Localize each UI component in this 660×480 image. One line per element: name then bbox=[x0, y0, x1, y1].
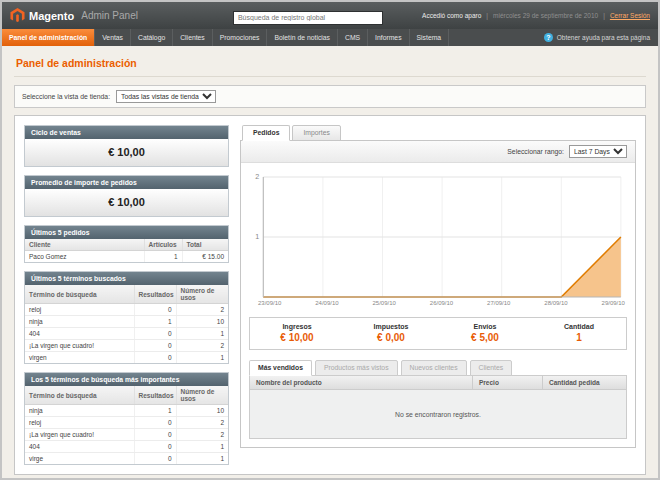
average-orders-value: € 10,00 bbox=[25, 189, 228, 216]
svg-text:1: 1 bbox=[255, 234, 259, 241]
page-help-link[interactable]: ? Obtener ayuda para esta página bbox=[544, 29, 658, 46]
col-header: Número de usos bbox=[176, 386, 228, 405]
logout-link[interactable]: Cerrar Sesión bbox=[610, 12, 650, 19]
table-row[interactable]: 404 0 1 bbox=[25, 328, 228, 340]
orders-chart-panel: Seleccionar rango: Last 7 Days 12 23/09/… bbox=[240, 140, 636, 448]
stat-quantity: Cantidad 1 bbox=[532, 318, 626, 349]
table-row[interactable]: 404 0 1 bbox=[25, 441, 228, 453]
average-orders-title: Promedio de importe de pedidos bbox=[25, 176, 228, 189]
dashboard-right-column: Pedidos Importes Seleccionar rango: Last… bbox=[240, 125, 636, 448]
last-orders-table: Cliente Artículos Total Paco Gomez 1 € 1… bbox=[25, 239, 228, 262]
totals-bar: Ingresos € 10,00 Impuestos € 0,00 Envíos… bbox=[249, 317, 627, 350]
help-label: Obtener ayuda para esta página bbox=[557, 34, 650, 41]
table-row[interactable]: reloj 0 2 bbox=[25, 304, 228, 316]
range-selector-row: Seleccionar rango: Last 7 Days bbox=[241, 141, 635, 163]
col-header-product: Nombre del producto bbox=[250, 376, 472, 389]
nav-item-catalog[interactable]: Catálogo bbox=[131, 29, 173, 46]
range-select[interactable]: Last 7 Days bbox=[569, 145, 627, 158]
last-orders-panel: Últimos 5 pedidos Cliente Artículos Tota… bbox=[24, 225, 229, 263]
range-label: Seleccionar rango: bbox=[507, 148, 564, 155]
global-search bbox=[233, 6, 383, 25]
last-search-terms-table: Término de búsqueda Resultados Número de… bbox=[25, 285, 228, 363]
col-header: Resultados bbox=[134, 285, 176, 304]
top-header: Magento Admin Panel Accedió como aparo |… bbox=[2, 2, 658, 29]
col-header: Término de búsqueda bbox=[25, 386, 134, 405]
top-search-terms-panel: Los 5 términos de búsqueda más important… bbox=[24, 372, 229, 465]
help-icon: ? bbox=[544, 33, 553, 42]
orders-chart: 12 23/09/10 24/09/10 25/09/10 26/09/10 2… bbox=[241, 163, 635, 310]
last-orders-title: Últimos 5 pedidos bbox=[25, 226, 228, 239]
table-row[interactable]: ninja 1 10 bbox=[25, 405, 228, 417]
nav-item-customers[interactable]: Clientes bbox=[173, 29, 213, 46]
nav-item-dashboard[interactable]: Panel de administración bbox=[2, 29, 95, 46]
col-header: Término de búsqueda bbox=[25, 285, 134, 304]
top-search-terms-table: Término de búsqueda Resultados Número de… bbox=[25, 386, 228, 464]
bestsellers-table: Nombre del producto Precio Cantidad pedi… bbox=[249, 375, 627, 439]
top-search-terms-title: Los 5 términos de búsqueda más important… bbox=[25, 373, 228, 386]
table-row[interactable]: virgen 0 1 bbox=[25, 352, 228, 364]
col-header: Resultados bbox=[134, 386, 176, 405]
table-row[interactable]: ¡La virgen que cuadro! 0 2 bbox=[25, 340, 228, 352]
store-view-switcher: Seleccione la vista de tienda: Todas las… bbox=[14, 85, 646, 108]
chart-tabs: Pedidos Importes bbox=[240, 125, 636, 141]
stat-revenue: Ingresos € 10,00 bbox=[250, 318, 344, 349]
tab-bestsellers[interactable]: Más vendidos bbox=[249, 360, 312, 376]
tab-customers[interactable]: Clientes bbox=[470, 360, 513, 376]
bestsellers-table-header: Nombre del producto Precio Cantidad pedi… bbox=[250, 376, 626, 390]
main-nav: Panel de administración Ventas Catálogo … bbox=[2, 29, 658, 46]
nav-item-system[interactable]: Sistema bbox=[410, 29, 450, 46]
products-tabs: Más vendidos Productos más vistos Nuevos… bbox=[249, 360, 627, 376]
nav-item-reports[interactable]: Informes bbox=[368, 29, 409, 46]
empty-records-message: No se encontraron registros. bbox=[250, 390, 626, 438]
table-row[interactable]: ¡La virgen que cuadro! 0 2 bbox=[25, 429, 228, 441]
svg-text:2: 2 bbox=[255, 174, 259, 181]
chart-x-axis-labels: 23/09/10 24/09/10 25/09/10 26/09/10 27/0… bbox=[249, 299, 627, 310]
lifetime-sales-value: € 10,00 bbox=[25, 139, 228, 166]
tab-new-customers[interactable]: Nuevos clientes bbox=[401, 360, 467, 376]
col-header-price: Precio bbox=[472, 376, 542, 389]
table-row[interactable]: ninja 1 10 bbox=[25, 316, 228, 328]
store-view-select[interactable]: Todas las vistas de tienda bbox=[116, 90, 216, 103]
global-search-input[interactable] bbox=[233, 11, 383, 25]
separator: | bbox=[603, 12, 605, 19]
col-header: Total bbox=[182, 239, 228, 251]
magento-admin-window: Magento Admin Panel Accedió como aparo |… bbox=[0, 0, 660, 480]
orders-chart-svg: 12 bbox=[249, 171, 627, 299]
stat-shipping: Envíos € 5,00 bbox=[438, 318, 532, 349]
header-user-area: Accedió como aparo | miércoles 29 de sep… bbox=[422, 12, 650, 19]
col-header: Artículos bbox=[144, 239, 182, 251]
table-row[interactable]: reloj 0 2 bbox=[25, 417, 228, 429]
last-search-terms-panel: Últimos 5 términos buscados Término de b… bbox=[24, 271, 229, 364]
col-header-qty: Cantidad pedida bbox=[542, 376, 626, 389]
stat-tax: Impuestos € 0,00 bbox=[344, 318, 438, 349]
nav-item-cms[interactable]: CMS bbox=[338, 29, 368, 46]
tab-amounts[interactable]: Importes bbox=[292, 125, 340, 141]
page-content: Panel de administración Seleccione la vi… bbox=[2, 46, 658, 475]
magento-logo: Magento Admin Panel bbox=[10, 8, 138, 23]
lifetime-sales-panel: Ciclo de ventas € 10,00 bbox=[24, 125, 229, 167]
page-title: Panel de administración bbox=[14, 54, 646, 77]
logged-in-as: Accedió como aparo bbox=[422, 12, 481, 19]
lifetime-sales-title: Ciclo de ventas bbox=[25, 126, 228, 139]
dashboard-left-column: Ciclo de ventas € 10,00 Promedio de impo… bbox=[24, 125, 229, 473]
table-row[interactable]: virge 0 1 bbox=[25, 453, 228, 465]
col-header: Cliente bbox=[25, 239, 144, 251]
table-row[interactable]: Paco Gomez 1 € 15.00 bbox=[25, 251, 228, 263]
magento-logo-icon bbox=[10, 8, 25, 23]
tab-orders[interactable]: Pedidos bbox=[242, 125, 290, 141]
average-orders-panel: Promedio de importe de pedidos € 10,00 bbox=[24, 175, 229, 217]
nav-item-newsletter[interactable]: Boletín de noticias bbox=[267, 29, 338, 46]
col-header: Número de usos bbox=[176, 285, 228, 304]
tab-most-viewed[interactable]: Productos más vistos bbox=[315, 360, 398, 376]
nav-item-promotions[interactable]: Promociones bbox=[213, 29, 268, 46]
logo-text: Magento bbox=[29, 10, 74, 22]
nav-item-sales[interactable]: Ventas bbox=[95, 29, 131, 46]
logo-subtitle: Admin Panel bbox=[81, 10, 138, 21]
dashboard-main: Ciclo de ventas € 10,00 Promedio de impo… bbox=[14, 115, 646, 475]
last-search-terms-title: Últimos 5 términos buscados bbox=[25, 272, 228, 285]
store-view-label: Seleccione la vista de tienda: bbox=[22, 93, 110, 100]
separator: | bbox=[486, 12, 488, 19]
current-date: miércoles 29 de septiembre de 2010 bbox=[493, 12, 598, 19]
